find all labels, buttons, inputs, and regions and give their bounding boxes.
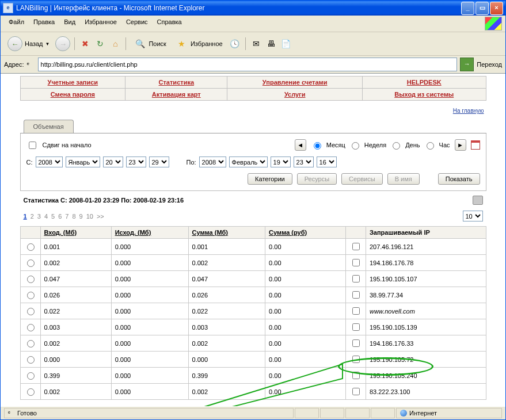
row-radio[interactable] (27, 324, 35, 331)
nav-accounts[interactable]: Учетные записи (48, 79, 98, 86)
row-radio[interactable] (27, 259, 35, 267)
nav-cards[interactable]: Активация карт (152, 91, 201, 98)
page-5[interactable]: 5 (51, 213, 55, 220)
row-radio[interactable] (27, 340, 35, 348)
range-week-radio[interactable] (352, 142, 359, 150)
cell-rub: 0.00 (265, 384, 346, 400)
cell-ip: 83.222.23.100 (366, 384, 486, 400)
calendar-icon[interactable] (471, 140, 480, 150)
page-2[interactable]: 2 (31, 213, 34, 220)
history-icon[interactable]: 🕓 (229, 37, 241, 50)
row-checkbox[interactable] (352, 275, 360, 282)
range-hour-radio[interactable] (427, 142, 434, 150)
col-out[interactable]: Исход. (Мб) (111, 227, 188, 239)
row-radio[interactable] (27, 308, 35, 315)
from-year-select[interactable]: 2008 (36, 156, 63, 167)
menu-favorites[interactable]: Избранное (80, 17, 121, 30)
row-radio[interactable] (27, 243, 35, 251)
cell-ip: 195.190.105.139 (366, 319, 486, 335)
nav-services[interactable]: Услуги (284, 91, 306, 98)
menu-help[interactable]: Справка (153, 17, 187, 30)
to-hour-select[interactable]: 23 (294, 156, 314, 167)
show-button[interactable]: Показать (438, 173, 480, 185)
row-checkbox[interactable] (352, 291, 360, 299)
stop-icon[interactable]: ✖ (79, 37, 92, 50)
address-input[interactable] (38, 58, 458, 71)
prev-period-button[interactable]: ◄ (295, 139, 306, 151)
nav-logout[interactable]: Выход из системы (394, 91, 454, 98)
page-1[interactable]: 1 (24, 213, 27, 220)
page-10[interactable]: 10 (86, 213, 93, 220)
menu-view[interactable]: Вид (59, 17, 80, 30)
forward-button[interactable]: → (55, 36, 70, 51)
range-day-radio[interactable] (393, 142, 400, 150)
row-checkbox[interactable] (352, 323, 360, 331)
row-radio[interactable] (27, 388, 35, 396)
from-day-select[interactable]: 20 (103, 156, 123, 167)
categories-button[interactable]: Категории (248, 173, 292, 185)
services-button[interactable]: Сервисы (341, 173, 383, 185)
to-min-select[interactable]: 16 (317, 156, 337, 167)
cell-out: 0.000 (111, 319, 188, 335)
mail-icon[interactable]: ✉ (250, 37, 262, 50)
tab-volume[interactable]: Объемная (24, 120, 74, 133)
page-9[interactable]: 9 (79, 213, 83, 220)
col-sum[interactable]: Сумма (Мб) (188, 227, 265, 239)
page-4[interactable]: 4 (44, 213, 48, 220)
nav-password[interactable]: Смена пароля (51, 91, 95, 98)
page-next[interactable]: >> (97, 213, 104, 220)
home-icon[interactable]: ⌂ (109, 37, 121, 50)
search-button[interactable]: 🔍Поиск (130, 36, 169, 52)
menu-service[interactable]: Сервис (121, 17, 153, 30)
print-icon[interactable]: 🖶 (265, 37, 277, 50)
row-checkbox[interactable] (352, 388, 360, 395)
cell-ip: www.novell.com (366, 303, 486, 319)
close-button[interactable]: × (490, 2, 503, 15)
row-radio[interactable] (27, 372, 35, 380)
go-button[interactable]: → (460, 58, 474, 71)
row-checkbox[interactable] (352, 243, 360, 250)
col-in[interactable]: Вход. (Мб) (40, 227, 111, 239)
print-icon[interactable] (473, 196, 483, 205)
menu-edit[interactable]: Правка (29, 17, 59, 30)
from-month-select[interactable]: Январь (66, 156, 100, 167)
minimize-button[interactable]: _ (461, 2, 474, 15)
cell-rub: 0.00 (265, 303, 346, 319)
row-checkbox[interactable] (352, 307, 360, 315)
next-period-button[interactable]: ► (455, 139, 466, 151)
row-checkbox[interactable] (352, 356, 360, 363)
nav-helpdesk[interactable]: HELPDESK (407, 79, 442, 86)
go-label[interactable]: Переход (477, 61, 502, 68)
status-zone: Интернет (396, 408, 502, 418)
resources-button[interactable]: Ресурсы (297, 173, 337, 185)
row-radio[interactable] (27, 292, 35, 299)
page-8[interactable]: 8 (72, 213, 75, 220)
home-link[interactable]: На главную (453, 108, 484, 114)
perpage-select[interactable]: 10 (463, 211, 483, 222)
edit-icon[interactable]: 📄 (280, 37, 292, 50)
to-month-select[interactable]: Февраль (229, 156, 268, 167)
back-button[interactable]: ←Назад▼ (4, 35, 53, 53)
shift-checkbox[interactable] (29, 142, 36, 149)
page-3[interactable]: 3 (37, 213, 41, 220)
row-radio[interactable] (27, 276, 35, 283)
row-checkbox[interactable] (352, 372, 360, 379)
col-rub[interactable]: Сумма (руб) (265, 227, 346, 239)
row-checkbox[interactable] (352, 339, 360, 347)
nav-accounts-mgmt[interactable]: Управление счетами (262, 79, 328, 86)
restore-button[interactable]: ▭ (475, 2, 489, 15)
page-7[interactable]: 7 (65, 213, 69, 220)
row-checkbox[interactable] (352, 259, 360, 266)
nav-stats[interactable]: Статистика (159, 79, 195, 86)
range-month-radio[interactable] (314, 142, 321, 150)
to-year-select[interactable]: 2008 (199, 156, 226, 167)
favorites-button[interactable]: ★Избранное (172, 36, 226, 52)
to-day-select[interactable]: 19 (271, 156, 291, 167)
from-hour-select[interactable]: 23 (126, 156, 146, 167)
refresh-icon[interactable]: ↻ (94, 37, 106, 50)
to-name-button[interactable]: В имя (387, 173, 420, 185)
from-min-select[interactable]: 29 (149, 156, 169, 167)
menu-file[interactable]: Файл (4, 17, 29, 30)
row-radio[interactable] (27, 356, 35, 364)
page-6[interactable]: 6 (58, 213, 62, 220)
